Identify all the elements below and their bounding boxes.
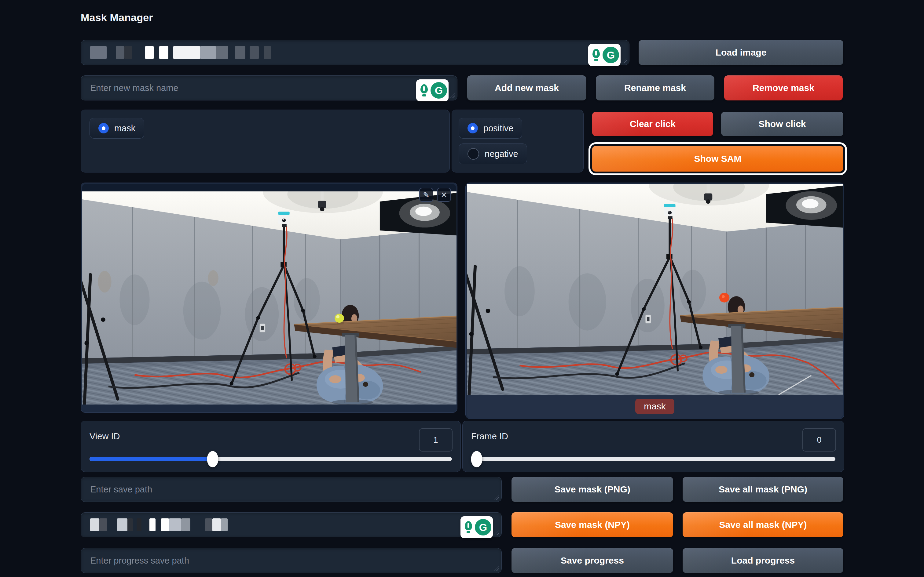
add-new-mask-button[interactable]: Add new mask <box>467 76 586 100</box>
grammarly-g-icon: G <box>475 519 491 535</box>
frame-id-slider-handle[interactable] <box>471 451 482 467</box>
view-id-label: View ID <box>89 431 120 442</box>
redacted-text <box>90 48 620 57</box>
mask-view-image <box>467 184 843 395</box>
mask-legend: mask <box>467 395 843 418</box>
radio-unselected-icon <box>467 148 479 160</box>
save-all-mask-png-button[interactable]: Save all mask (PNG) <box>683 477 843 502</box>
save-path-input[interactable]: Enter save path <box>81 477 502 502</box>
radio-selected-icon <box>467 123 478 134</box>
image-path-input[interactable]: G <box>81 40 630 65</box>
negative-radio-option[interactable]: negative <box>459 143 527 164</box>
view-id-slider[interactable] <box>89 457 452 461</box>
resize-handle-icon[interactable] <box>622 58 627 63</box>
edit-image-icon[interactable]: ✎ <box>419 188 433 202</box>
grammarly-icon[interactable]: G <box>416 79 449 102</box>
letterbox <box>82 184 456 192</box>
grammarly-icon[interactable]: G <box>588 44 620 66</box>
positive-radio-option[interactable]: positive <box>459 118 522 139</box>
slider-fill <box>89 457 213 461</box>
mask-legend-badge[interactable]: mask <box>635 399 674 414</box>
grammarly-icon[interactable]: G <box>460 516 493 538</box>
save-mask-npy-button[interactable]: Save mask (NPY) <box>512 512 673 537</box>
save-progress-button[interactable]: Save progress <box>512 548 673 573</box>
grammarly-bulb-icon <box>464 521 473 534</box>
save-mask-png-button[interactable]: Save mask (PNG) <box>512 477 673 502</box>
view-id-slider-handle[interactable] <box>207 451 218 467</box>
progress-path-placeholder: Enter progress save path <box>90 556 189 566</box>
load-image-button[interactable]: Load image <box>639 40 843 65</box>
resize-handle-icon[interactable] <box>494 495 499 500</box>
show-click-button[interactable]: Show click <box>721 112 843 136</box>
mask-radio-label: mask <box>114 123 136 134</box>
clear-image-icon[interactable]: ✕ <box>437 188 451 202</box>
positive-radio-label: positive <box>483 123 513 134</box>
save-all-mask-npy-button[interactable]: Save all mask (NPY) <box>683 512 843 537</box>
click-image-panel: ✎ ✕ <box>81 182 457 413</box>
redacted-text <box>90 520 492 530</box>
frame-id-label: Frame ID <box>471 431 508 442</box>
new-mask-name-input[interactable]: Enter new mask name G <box>81 76 457 100</box>
page-title: Mask Manager <box>81 11 153 24</box>
click-type-group: positive negative <box>452 110 584 172</box>
frame-id-slider[interactable] <box>471 457 835 461</box>
resize-handle-icon[interactable] <box>450 93 455 98</box>
view-id-slider-card: View ID 1 <box>81 421 461 472</box>
grammarly-bulb-icon <box>420 84 429 97</box>
npy-save-path-input[interactable]: G <box>81 512 502 537</box>
frame-id-slider-card: Frame ID 0 <box>462 421 844 472</box>
resize-handle-icon[interactable] <box>494 566 499 571</box>
grammarly-bulb-icon <box>591 48 601 62</box>
view-id-value[interactable]: 1 <box>419 428 452 451</box>
remove-mask-button[interactable]: Remove mask <box>724 76 843 100</box>
load-progress-button[interactable]: Load progress <box>683 548 843 573</box>
rename-mask-button[interactable]: Rename mask <box>596 76 714 100</box>
mask-radio-option[interactable]: mask <box>89 118 144 139</box>
clear-click-button[interactable]: Clear click <box>592 112 713 136</box>
resize-handle-icon[interactable] <box>494 530 499 535</box>
mask-list-group: mask <box>81 110 450 172</box>
frame-id-value[interactable]: 0 <box>802 428 836 451</box>
grammarly-g-icon: G <box>431 82 447 98</box>
camera-view-image[interactable] <box>82 192 457 405</box>
radio-selected-icon <box>99 123 109 134</box>
negative-radio-label: negative <box>485 149 518 159</box>
show-sam-button[interactable]: Show SAM <box>592 146 843 172</box>
save-path-placeholder: Enter save path <box>90 485 152 494</box>
new-mask-placeholder: Enter new mask name <box>90 83 178 93</box>
mask-result-panel: mask <box>465 182 844 419</box>
grammarly-g-icon: G <box>603 47 619 63</box>
progress-path-input[interactable]: Enter progress save path <box>81 548 502 573</box>
